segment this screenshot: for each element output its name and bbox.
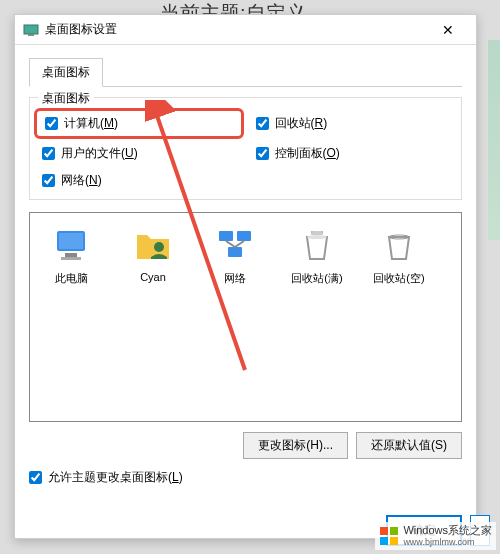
icon-label: 回收站(满) (291, 271, 342, 286)
checkbox-computer-label: 计算机(M) (64, 115, 118, 132)
watermark: Windows系统之家 www.bjmlmw.com (375, 522, 496, 550)
svg-rect-9 (228, 247, 242, 257)
recycle-empty-icon (379, 225, 419, 265)
recycle-full-icon (297, 225, 337, 265)
svg-rect-20 (390, 537, 398, 545)
checkbox-network[interactable]: 网络(N) (42, 172, 236, 189)
checkbox-computer[interactable]: 计算机(M) (45, 115, 118, 132)
icon-label: 此电脑 (55, 271, 88, 286)
checkbox-network-label: 网络(N) (61, 172, 102, 189)
svg-rect-17 (380, 527, 388, 535)
checkbox-computer-input[interactable] (45, 117, 58, 130)
desktop-icon-settings-dialog: 桌面图标设置 ✕ 桌面图标 桌面图标 计算机(M) 回收站(R) (14, 14, 477, 539)
titlebar: 桌面图标设置 ✕ (15, 15, 476, 45)
change-icon-button[interactable]: 更改图标(H)... (243, 432, 348, 459)
highlight-annotation: 计算机(M) (34, 108, 244, 139)
checkbox-userfiles-label: 用户的文件(U) (61, 145, 138, 162)
checkbox-control-label: 控制面板(O) (275, 145, 340, 162)
icon-label: Cyan (140, 271, 166, 283)
checkbox-userfiles[interactable]: 用户的文件(U) (42, 145, 236, 162)
svg-rect-0 (24, 25, 38, 34)
icon-recycle-empty[interactable]: 回收站(空) (370, 225, 428, 286)
watermark-main: Windows系统之家 (403, 524, 492, 537)
dialog-icon (23, 22, 39, 38)
svg-rect-5 (61, 257, 81, 260)
checkbox-allow-theme-label: 允许主题更改桌面图标(L) (48, 469, 183, 486)
group-label: 桌面图标 (38, 90, 94, 107)
checkbox-allow-theme[interactable]: 允许主题更改桌面图标(L) (29, 469, 462, 486)
icon-recycle-full[interactable]: 回收站(满) (288, 225, 346, 286)
dialog-content: 桌面图标 桌面图标 计算机(M) 回收站(R) 用户的文件(U) (15, 45, 476, 498)
watermark-sub: www.bjmlmw.com (403, 537, 492, 548)
checkbox-group: 桌面图标 计算机(M) 回收站(R) 用户的文件(U) (29, 97, 462, 200)
windows-logo-icon (379, 526, 399, 546)
checkbox-allow-theme-input[interactable] (29, 471, 42, 484)
checkbox-recycle-input[interactable] (256, 117, 269, 130)
icon-label: 回收站(空) (373, 271, 424, 286)
close-button[interactable]: ✕ (428, 16, 468, 44)
svg-line-11 (235, 241, 244, 247)
user-folder-icon (133, 225, 173, 265)
restore-defaults-button[interactable]: 还原默认值(S) (356, 432, 462, 459)
icon-this-pc[interactable]: 此电脑 (42, 225, 100, 286)
icon-preview-panel: 此电脑 Cyan (29, 212, 462, 422)
svg-rect-1 (28, 34, 34, 36)
svg-point-13 (307, 235, 327, 239)
checkbox-userfiles-input[interactable] (42, 147, 55, 160)
dialog-title: 桌面图标设置 (45, 21, 428, 38)
computer-icon (51, 225, 91, 265)
checkbox-control-input[interactable] (256, 147, 269, 160)
icon-row: 此电脑 Cyan (42, 225, 449, 286)
tab-container: 桌面图标 (29, 57, 462, 87)
checkbox-recycle-label: 回收站(R) (275, 115, 328, 132)
background-strip (488, 40, 500, 240)
close-icon: ✕ (442, 22, 454, 38)
svg-rect-19 (380, 537, 388, 545)
network-icon (215, 225, 255, 265)
svg-line-10 (226, 241, 235, 247)
watermark-text: Windows系统之家 www.bjmlmw.com (403, 524, 492, 548)
checkbox-network-input[interactable] (42, 174, 55, 187)
svg-rect-3 (59, 233, 83, 249)
icon-buttons-row: 更改图标(H)... 还原默认值(S) (29, 432, 462, 459)
checkbox-control[interactable]: 控制面板(O) (256, 145, 450, 162)
svg-rect-4 (65, 253, 77, 257)
svg-point-6 (154, 242, 164, 252)
icon-network[interactable]: 网络 (206, 225, 264, 286)
svg-rect-7 (219, 231, 233, 241)
icon-user[interactable]: Cyan (124, 225, 182, 286)
checkbox-recycle[interactable]: 回收站(R) (256, 112, 450, 135)
tab-desktop-icons[interactable]: 桌面图标 (29, 58, 103, 87)
svg-rect-18 (390, 527, 398, 535)
icon-label: 网络 (224, 271, 246, 286)
checkbox-grid: 计算机(M) 回收站(R) 用户的文件(U) 控制面板(O) 网络 (42, 112, 449, 189)
svg-rect-8 (237, 231, 251, 241)
